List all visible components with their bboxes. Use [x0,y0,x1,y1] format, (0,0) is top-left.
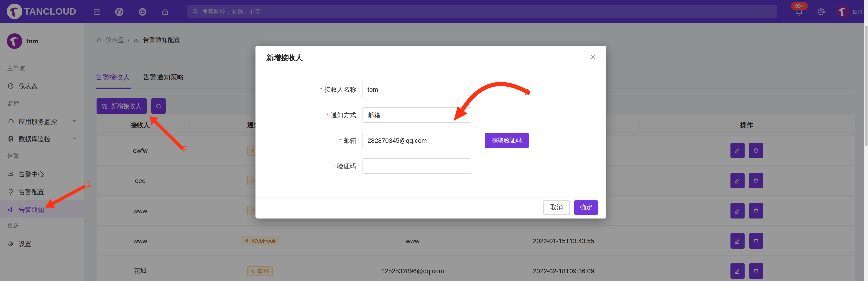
close-icon[interactable]: × [586,50,600,64]
modal-header-divider [255,69,606,69]
modal-footer-divider [255,198,606,198]
field-label-email: *邮箱 : [255,133,360,148]
app: TANCLOUD 99+ tom [0,0,868,281]
verify-code-input[interactable] [362,158,471,174]
receiver-name-input[interactable] [362,82,471,97]
required-asterisk: * [333,163,335,170]
field-label-code: *验证码 : [255,158,360,174]
confirm-button[interactable]: 确定 [574,200,598,215]
modal-title: 新增接收人 [267,53,303,63]
required-asterisk: * [327,112,329,119]
select-arrow-icon [460,112,466,118]
get-code-button[interactable]: 获取验证码 [485,133,529,148]
email-input[interactable] [362,133,471,148]
cancel-button[interactable]: 取消 [543,200,570,215]
required-asterisk: * [320,86,322,93]
field-label-notify-type: *通知方式 : [255,107,360,123]
required-asterisk: * [339,137,342,144]
scrollbar-thumb[interactable] [865,26,868,146]
vertical-scrollbar [864,0,868,281]
notify-type-select[interactable]: 邮箱 [362,107,471,123]
field-label-name: *接收人名称 : [255,82,360,97]
add-receiver-modal: 新增接收人 × *接收人名称 : *通知方式 : 邮箱 *邮箱 : 获取验证码 … [255,46,606,219]
